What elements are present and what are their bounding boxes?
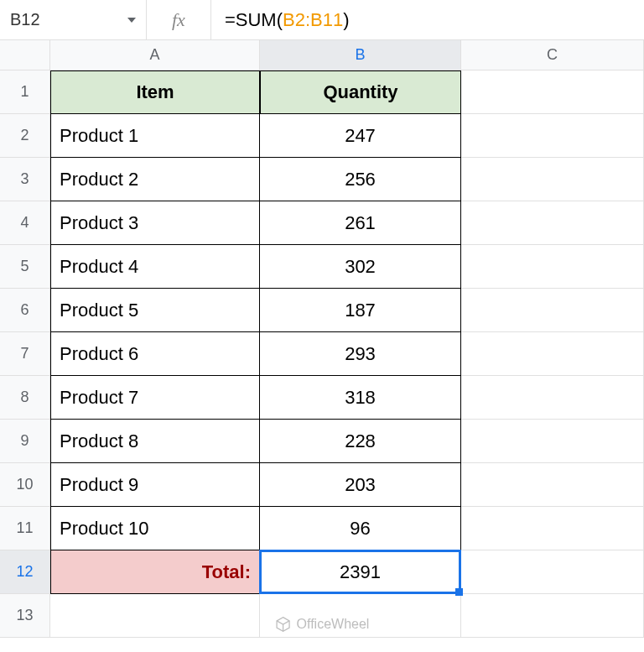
formula-input[interactable]: =SUM(B2:B11) (211, 0, 644, 39)
cell-item[interactable]: Product 4 (50, 245, 260, 289)
formula-close: ) (343, 9, 349, 31)
row-header-12[interactable]: 12 (0, 550, 50, 594)
col-header-a[interactable]: A (50, 40, 260, 70)
cell-item[interactable]: Product 10 (50, 507, 260, 550)
cell-item[interactable]: Product 2 (50, 158, 260, 201)
formula-eq: = (225, 9, 236, 31)
row-header-2[interactable]: 2 (0, 114, 50, 158)
formula-func: SUM (236, 9, 277, 31)
cell-c8[interactable] (461, 376, 644, 420)
formula-open: ( (277, 9, 283, 31)
cell-c5[interactable] (461, 245, 644, 289)
cell-item[interactable]: Product 7 (50, 376, 260, 420)
cell-qty[interactable]: 228 (260, 420, 461, 463)
cell-qty[interactable]: 261 (260, 201, 461, 245)
cell-c11[interactable] (461, 507, 644, 550)
corner-cell[interactable] (0, 40, 50, 70)
row-header-11[interactable]: 11 (0, 507, 50, 550)
cell-qty[interactable]: 293 (260, 332, 461, 376)
row-headers: 1 2 3 4 5 6 7 8 9 10 11 12 13 (0, 40, 50, 638)
data-rows: Item Quantity Product 1 247 Product 2 25… (50, 70, 644, 638)
cell-item[interactable]: Product 1 (50, 114, 260, 158)
table-row: Product 1 247 (50, 114, 644, 158)
table-row: Product 5 187 (50, 289, 644, 332)
table-row: Product 3 261 (50, 201, 644, 245)
col-headers: A B C (50, 40, 644, 70)
col-header-c[interactable]: C (461, 40, 644, 70)
cell-item[interactable]: Product 3 (50, 201, 260, 245)
row-header-1[interactable]: 1 (0, 70, 50, 114)
watermark-text: OfficeWheel (297, 617, 370, 632)
table-row: Item Quantity (50, 70, 644, 114)
formula-range: B2:B11 (283, 9, 343, 31)
cell-c6[interactable] (461, 289, 644, 332)
cell-qty[interactable]: 96 (260, 507, 461, 550)
cell-item[interactable]: Product 9 (50, 463, 260, 507)
cell-qty[interactable]: 187 (260, 289, 461, 332)
cell-c9[interactable] (461, 420, 644, 463)
cell-qty[interactable]: 302 (260, 245, 461, 289)
table-row: Product 4 302 (50, 245, 644, 289)
cell-c13[interactable] (461, 594, 644, 638)
formula-bar: B12 fx =SUM(B2:B11) (0, 0, 644, 40)
cell-item[interactable]: Product 8 (50, 420, 260, 463)
cell-c1[interactable] (461, 70, 644, 114)
dropdown-icon (127, 18, 136, 23)
header-quantity[interactable]: Quantity (260, 70, 461, 114)
cell-a13[interactable] (50, 594, 260, 638)
cell-item[interactable]: Product 6 (50, 332, 260, 376)
row-header-3[interactable]: 3 (0, 158, 50, 201)
cell-c3[interactable] (461, 158, 644, 201)
name-box[interactable]: B12 (0, 0, 147, 39)
cell-c4[interactable] (461, 201, 644, 245)
cell-c7[interactable] (461, 332, 644, 376)
row-header-8[interactable]: 8 (0, 376, 50, 420)
table-row: Product 6 293 (50, 332, 644, 376)
name-box-value: B12 (10, 10, 40, 29)
cell-qty[interactable]: 256 (260, 158, 461, 201)
watermark: OfficeWheel (275, 616, 370, 633)
sheet-area: 1 2 3 4 5 6 7 8 9 10 11 12 13 A B C Item… (0, 40, 644, 638)
cell-qty[interactable]: 247 (260, 114, 461, 158)
logo-icon (275, 616, 292, 633)
table-row: Product 2 256 (50, 158, 644, 201)
table-row: Product 10 96 (50, 507, 644, 550)
total-label[interactable]: Total: (50, 550, 260, 594)
table-row: Total: 2391 (50, 550, 644, 594)
table-row: Product 9 203 (50, 463, 644, 507)
cell-c2[interactable] (461, 114, 644, 158)
header-item[interactable]: Item (50, 70, 260, 114)
col-header-b[interactable]: B (260, 40, 461, 70)
cell-qty[interactable]: 318 (260, 376, 461, 420)
cell-item[interactable]: Product 5 (50, 289, 260, 332)
cell-qty[interactable]: 203 (260, 463, 461, 507)
row-header-9[interactable]: 9 (0, 420, 50, 463)
row-header-7[interactable]: 7 (0, 332, 50, 376)
row-header-5[interactable]: 5 (0, 245, 50, 289)
table-row: Product 8 228 (50, 420, 644, 463)
total-value[interactable]: 2391 (260, 550, 461, 594)
cell-c10[interactable] (461, 463, 644, 507)
row-header-6[interactable]: 6 (0, 289, 50, 332)
row-header-13[interactable]: 13 (0, 594, 50, 638)
table-row: Product 7 318 (50, 376, 644, 420)
row-header-4[interactable]: 4 (0, 201, 50, 245)
row-header-10[interactable]: 10 (0, 463, 50, 507)
cell-c12[interactable] (461, 550, 644, 594)
grid: A B C Item Quantity Product 1 247 Produc… (50, 40, 644, 638)
fx-icon: fx (147, 0, 211, 39)
